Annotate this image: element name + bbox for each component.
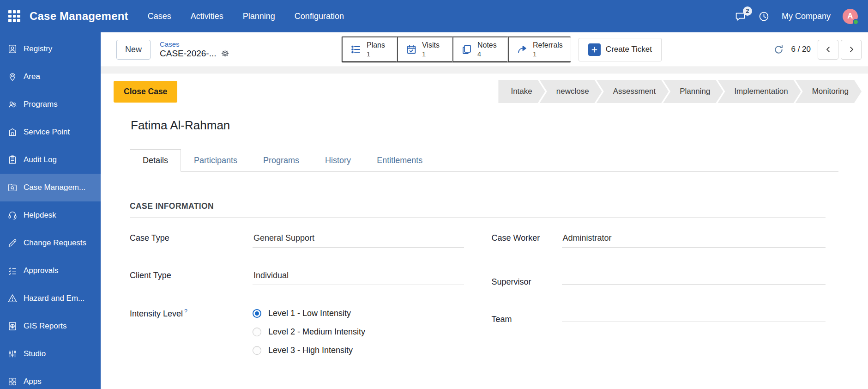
help-question-icon[interactable]: ? [184,308,187,315]
sidebar-item-audit-log[interactable]: Audit Log [0,146,101,174]
programs-icon [7,99,18,109]
audit-log-icon [7,155,18,165]
supervisor-label: Supervisor [492,277,562,287]
top-menu: Cases Activities Planning Configuration [148,12,344,21]
visits-button[interactable]: Visits 1 [397,36,452,62]
hazard-icon [7,293,18,304]
next-record-button[interactable] [841,40,862,60]
plans-button[interactable]: Plans 1 [342,36,397,62]
case-worker-value[interactable]: Administrator [562,233,826,248]
sidebar: Registry Area Programs Service Point Aud… [0,32,101,389]
sidebar-item-hazard[interactable]: Hazard and Em... [0,285,101,312]
radio-level-2[interactable]: Level 2 - Medium Intensity [253,327,365,337]
radio-checked-icon [253,309,261,318]
sidebar-item-programs[interactable]: Programs [0,91,101,118]
sidebar-item-label: GIS Reports [24,322,67,331]
sidebar-item-label: Programs [24,100,58,109]
tab-details[interactable]: Details [130,149,181,172]
previous-record-button[interactable] [818,40,838,60]
radio-level-3[interactable]: Level 3 - High Intensity [253,346,365,355]
menu-configuration[interactable]: Configuration [295,12,344,21]
sidebar-item-helpdesk[interactable]: Helpdesk [0,201,101,229]
plans-label: Plans [367,41,385,50]
sidebar-item-area[interactable]: Area [0,63,101,91]
case-type-value[interactable]: General Support [253,233,464,248]
section-title: CASE INFORMATION [130,201,826,211]
apps-grid-icon[interactable] [8,10,20,22]
sidebar-item-label: Helpdesk [24,211,56,220]
chevron-right-icon [847,45,856,54]
menu-planning[interactable]: Planning [243,12,275,21]
sidebar-item-label: Case Managem... [24,183,85,192]
referrals-label: Referrals [533,41,563,50]
change-requests-icon [7,238,18,248]
sidebar-item-case-management[interactable]: Case Managem... [0,174,101,201]
tab-participants[interactable]: Participants [181,149,250,172]
sidebar-item-label: Area [24,72,40,81]
stage-assessment[interactable]: Assessment [597,80,669,103]
user-avatar[interactable]: A [843,9,858,24]
breadcrumb-area: New Cases CASE-2026-... [116,40,229,60]
sidebar-item-label: Hazard and Em... [24,294,84,303]
sidebar-item-label: Apps [24,377,42,386]
stage-newclose[interactable]: newclose [540,80,602,103]
field-team: Team [492,308,826,328]
sidebar-item-approvals[interactable]: Approvals [0,257,101,285]
tab-entitlements[interactable]: Entitlements [364,149,435,172]
supervisor-value[interactable] [562,271,826,285]
intensity-radio-group: Level 1 - Low Intensity Level 2 - Medium… [253,308,365,355]
sidebar-item-gis-reports[interactable]: GIS Reports [0,312,101,340]
stage-intake[interactable]: Intake [498,80,545,103]
intensity-level-label: Intensity Level? [130,308,253,319]
client-type-value[interactable]: Individual [253,271,464,285]
notes-button[interactable]: Notes 4 [452,36,508,62]
referrals-button[interactable]: Referrals 1 [508,36,571,62]
team-value[interactable] [562,308,826,322]
sidebar-item-service-point[interactable]: Service Point [0,118,101,146]
record-name-field[interactable]: Fatima Al-Rahman [130,117,293,137]
referrals-count: 1 [533,50,536,58]
approvals-icon [7,266,18,276]
messages-icon[interactable]: 2 [735,11,746,22]
client-type-label: Client Type [130,271,253,280]
chevron-left-icon [824,45,832,54]
company-switcher[interactable]: My Company [782,12,831,21]
stage-planning[interactable]: Planning [663,80,723,103]
helpdesk-icon [7,210,18,220]
sidebar-item-apps[interactable]: Apps [0,368,101,389]
field-columns: Case Type General Support Client Type In… [130,233,826,372]
sidebar-item-registry[interactable]: Registry [0,35,101,63]
refresh-icon[interactable] [773,44,784,55]
menu-cases[interactable]: Cases [148,12,171,21]
new-button[interactable]: New [116,40,151,60]
field-supervisor: Supervisor [492,271,826,291]
field-client-type: Client Type Individual [130,271,464,291]
close-case-button[interactable]: Close Case [114,81,177,103]
field-case-type: Case Type General Support [130,233,464,254]
stage-monitoring[interactable]: Monitoring [796,80,862,103]
stage-implementation[interactable]: Implementation [717,80,801,103]
sidebar-item-studio[interactable]: Studio [0,340,101,368]
create-ticket-label: Create Ticket [606,45,652,54]
gear-icon[interactable] [221,49,229,58]
gis-reports-icon [7,321,18,331]
visits-label: Visits [422,41,440,50]
breadcrumb-parent[interactable]: Cases [160,40,229,49]
sidebar-item-label: Studio [24,349,46,359]
radio-level-1[interactable]: Level 1 - Low Intensity [253,309,365,318]
notes-icon [461,44,472,55]
menu-activities[interactable]: Activities [191,12,223,21]
visits-calendar-icon [406,44,417,55]
activities-clock-icon[interactable] [758,11,770,22]
pager-counter: 6 / 20 [791,45,811,54]
tab-programs[interactable]: Programs [250,149,312,172]
studio-icon [7,349,18,359]
sidebar-item-label: Approvals [24,266,59,275]
sidebar-item-change-requests[interactable]: Change Requests [0,229,101,257]
case-type-label: Case Type [130,233,253,243]
online-status-dot [853,19,859,25]
tab-history[interactable]: History [312,149,364,172]
pager-area: 6 / 20 [773,40,862,60]
create-ticket-button[interactable]: Create Ticket [579,38,662,61]
field-intensity-level: Intensity Level? Level 1 - Low Intensity… [130,308,464,355]
